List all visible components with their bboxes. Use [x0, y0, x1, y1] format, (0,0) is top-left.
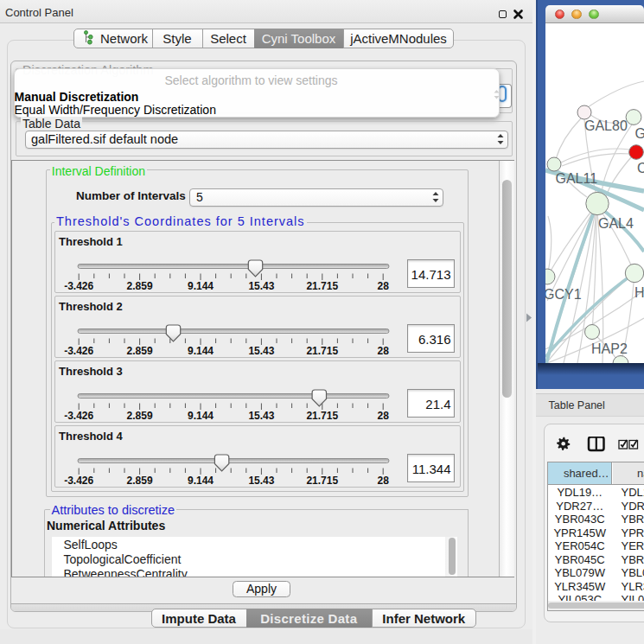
svg-text:28: 28 [378, 344, 390, 356]
svg-text:GA: GA [635, 126, 644, 141]
svg-text:9.144: 9.144 [188, 409, 214, 421]
svg-text:2.859: 2.859 [127, 279, 153, 291]
svg-text:9.144: 9.144 [188, 344, 214, 356]
svg-text:-3.426: -3.426 [64, 474, 93, 486]
svg-text:21.715: 21.715 [306, 474, 338, 486]
svg-text:C: C [637, 161, 644, 175]
svg-text:-3.426: -3.426 [64, 344, 93, 356]
svg-text:GAL11: GAL11 [556, 171, 598, 186]
svg-text:2.859: 2.859 [127, 409, 153, 421]
svg-text:2.859: 2.859 [127, 474, 153, 486]
svg-text:9.144: 9.144 [188, 279, 214, 291]
svg-text:GAL4: GAL4 [598, 216, 634, 231]
svg-text:21.715: 21.715 [306, 409, 338, 421]
svg-text:21.715: 21.715 [306, 279, 338, 291]
svg-text:2.859: 2.859 [127, 344, 153, 356]
svg-text:9.144: 9.144 [188, 474, 214, 486]
svg-text:-3.426: -3.426 [64, 409, 93, 421]
svg-text:28: 28 [378, 409, 390, 421]
svg-text:-3.426: -3.426 [64, 279, 93, 291]
svg-text:GAL80: GAL80 [584, 118, 628, 133]
svg-text:15.43: 15.43 [248, 344, 274, 356]
svg-text:28: 28 [378, 474, 390, 486]
svg-text:15.43: 15.43 [248, 409, 274, 421]
svg-text:28: 28 [378, 279, 390, 291]
svg-text:HAP2: HAP2 [591, 341, 628, 356]
svg-text:15.43: 15.43 [248, 474, 274, 486]
svg-text:HI: HI [634, 285, 644, 300]
svg-text:15.43: 15.43 [248, 279, 274, 291]
svg-text:21.715: 21.715 [306, 344, 338, 356]
svg-text:GCY1: GCY1 [545, 287, 582, 302]
